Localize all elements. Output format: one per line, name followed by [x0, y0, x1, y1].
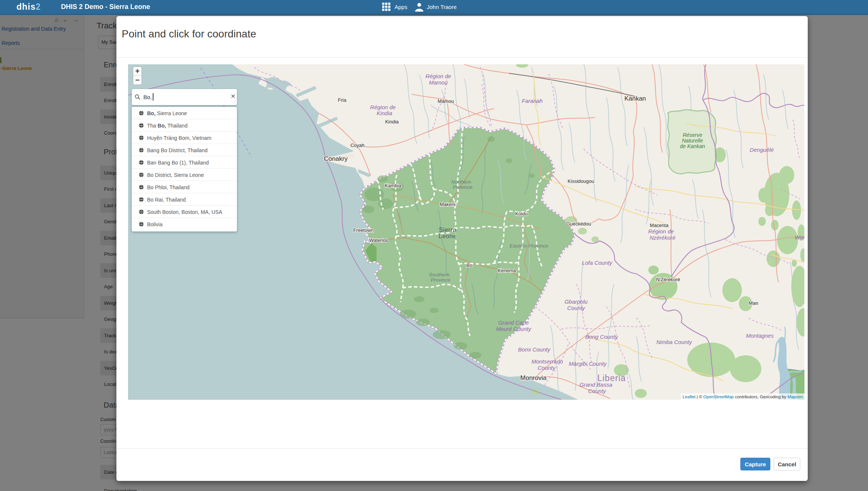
svg-text:Kambia: Kambia — [385, 183, 402, 188]
svg-text:Leone: Leone — [439, 233, 457, 239]
svg-text:Gbarpolu: Gbarpolu — [564, 298, 588, 305]
svg-text:Province: Province — [431, 277, 451, 283]
svg-text:Réserve: Réserve — [683, 132, 702, 138]
svg-text:Man: Man — [749, 300, 758, 306]
svg-text:Liberia: Liberia — [597, 373, 626, 383]
svg-text:Kissidougou: Kissidougou — [568, 178, 594, 184]
svg-text:Province: Province — [453, 184, 473, 190]
svg-text:Makeni: Makeni — [440, 202, 456, 207]
svg-text:Kindia: Kindia — [377, 110, 392, 116]
svg-text:Naturelle: Naturelle — [682, 138, 703, 144]
svg-text:County: County — [567, 305, 585, 311]
svg-text:Kenema: Kenema — [498, 268, 516, 273]
svg-text:de Kankan: de Kankan — [680, 143, 705, 149]
svg-text:Faranah: Faranah — [522, 98, 543, 104]
svg-text:Mamou: Mamou — [438, 98, 454, 104]
svg-text:Montserrado: Montserrado — [532, 358, 563, 365]
svg-text:Eastern Province: Eastern Province — [510, 243, 548, 249]
svg-text:Kindia: Kindia — [385, 119, 399, 125]
svg-text:County: County — [537, 365, 556, 371]
svg-text:Montagnes: Montagnes — [746, 332, 774, 339]
svg-text:Macenta: Macenta — [650, 223, 669, 228]
svg-text:Southern: Southern — [429, 272, 450, 277]
svg-text:Nzérékoré: Nzérékoré — [649, 234, 675, 241]
svg-text:Mamou: Mamou — [429, 79, 448, 86]
svg-text:Bo: Bo — [466, 263, 472, 268]
svg-text:County: County — [588, 388, 606, 394]
svg-text:Bong County: Bong County — [585, 334, 618, 340]
svg-text:Région de: Région de — [426, 73, 451, 79]
svg-text:Nimba County: Nimba County — [656, 339, 692, 345]
svg-text:Bomi County: Bomi County — [518, 346, 551, 353]
svg-text:Denguélé: Denguélé — [750, 147, 774, 153]
svg-text:Màrgibi County: Màrgibi County — [569, 360, 607, 367]
svg-text:Woro: Woro — [795, 234, 804, 240]
svg-text:Lofa County: Lofa County — [582, 260, 613, 266]
svg-text:Coyah: Coyah — [350, 142, 365, 148]
svg-text:Région de: Région de — [370, 104, 396, 110]
svg-text:Freetown: Freetown — [353, 227, 374, 233]
svg-text:Monrovia: Monrovia — [520, 374, 546, 381]
svg-text:Koidu: Koidu — [515, 211, 527, 217]
svg-text:Kankan: Kankan — [624, 95, 646, 102]
svg-text:Guéckédou: Guéckédou — [566, 221, 591, 227]
svg-text:Mount County: Mount County — [496, 326, 532, 332]
svg-text:Northern: Northern — [451, 179, 471, 185]
svg-text:Fria: Fria — [338, 97, 347, 103]
svg-text:Conakry: Conakry — [324, 155, 348, 162]
svg-text:Sierra: Sierra — [439, 226, 456, 233]
svg-text:N'Zérékoré: N'Zérékoré — [656, 277, 680, 282]
svg-text:Waterloo: Waterloo — [369, 237, 389, 243]
svg-text:Région de: Région de — [648, 228, 674, 234]
svg-text:Grand Cape: Grand Cape — [498, 319, 529, 326]
